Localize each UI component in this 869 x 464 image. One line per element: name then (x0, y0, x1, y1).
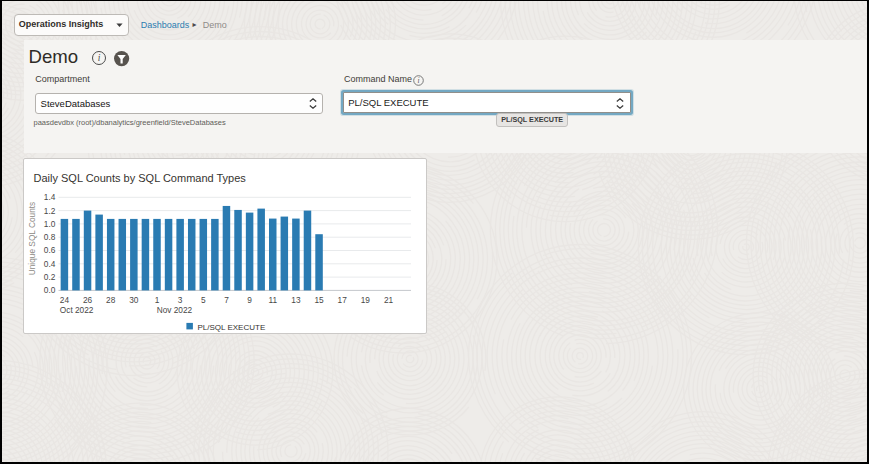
svg-text:Nov 2022: Nov 2022 (157, 305, 193, 315)
svg-text:13: 13 (291, 295, 301, 305)
svg-text:17: 17 (338, 295, 348, 305)
svg-text:21: 21 (384, 295, 394, 305)
svg-text:Unique SQL Counts: Unique SQL Counts (27, 202, 37, 276)
svg-text:9: 9 (247, 295, 252, 305)
svg-text:1.2: 1.2 (44, 206, 56, 216)
svg-text:0.8: 0.8 (44, 232, 56, 242)
svg-text:28: 28 (106, 295, 116, 305)
svg-text:0.6: 0.6 (44, 245, 56, 255)
svg-text:i: i (98, 53, 101, 63)
svg-text:11: 11 (268, 295, 277, 305)
svg-text:PL/SQL EXECUTE: PL/SQL EXECUTE (198, 323, 266, 332)
svg-text:0.0: 0.0 (44, 285, 56, 295)
svg-text:15: 15 (314, 295, 324, 305)
svg-text:5: 5 (201, 295, 206, 305)
svg-text:19: 19 (361, 295, 371, 305)
svg-text:Oct 2022: Oct 2022 (60, 305, 94, 315)
svg-text:7: 7 (224, 295, 229, 305)
svg-text:30: 30 (129, 295, 139, 305)
svg-text:0.4: 0.4 (44, 259, 56, 269)
svg-text:1.4: 1.4 (44, 192, 56, 202)
svg-text:1.0: 1.0 (44, 219, 56, 229)
svg-text:0.2: 0.2 (44, 272, 56, 282)
svg-text:i: i (417, 76, 419, 85)
